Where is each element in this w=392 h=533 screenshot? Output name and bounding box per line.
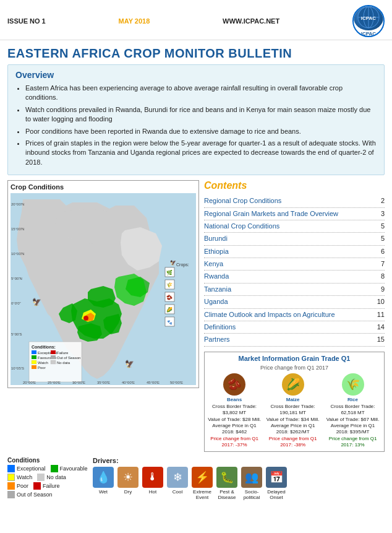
commodity-data-rice: Cross Border Trade: 62,518 MTValue of Tr… <box>324 404 381 449</box>
commodity-beans: 🫘BeansCross Border Trade: $3,802 MTValue… <box>207 373 262 449</box>
contents-item-7: Tanzania9 <box>204 284 385 296</box>
legend-title: Conditions <box>7 457 88 464</box>
extreme-driver-label-1: Pest & Disease <box>218 489 236 500</box>
contents-item-label-1: Regional Grain Markets and Trade Overvie… <box>204 209 338 219</box>
publication-date: MAY 2018 <box>119 17 150 25</box>
contents-page-num-2: 5 <box>381 222 385 231</box>
contents-item-11: Partners15 <box>204 334 385 346</box>
overview-bullet-3: Poor conditions have been reported in Rw… <box>25 127 377 136</box>
page-header: ISSUE NO 1 MAY 2018 WWW.ICPAC.NET ICPAC … <box>0 0 392 40</box>
svg-text:15°00'N: 15°00'N <box>11 227 24 231</box>
contents-page-num-6: 8 <box>381 272 385 281</box>
website-url: WWW.ICPAC.NET <box>223 17 279 25</box>
svg-point-14 <box>83 316 88 321</box>
extreme-driver-item-2: 👥Socio- political <box>241 467 262 500</box>
extreme-driver-item-1: 🐛Pest & Disease <box>216 467 237 500</box>
contents-item-label-4: Ethiopia <box>204 247 229 256</box>
legend-color-0 <box>7 465 15 472</box>
svg-rect-36 <box>32 360 36 364</box>
contents-section: Contents Regional Crop Conditions2Region… <box>204 180 385 347</box>
svg-text:40°00'E: 40°00'E <box>122 381 135 384</box>
svg-text:35°00'E: 35°00'E <box>97 381 110 384</box>
contents-item-2: National Crop Conditions5 <box>204 220 385 233</box>
driver-label-dry: Dry <box>124 489 132 495</box>
contents-page-num-9: 11 <box>377 310 385 319</box>
contents-item-label-3: Burundi <box>204 234 228 243</box>
extreme-driver-icon-0: ⚡ <box>192 467 213 488</box>
svg-text:5°00'S: 5°00'S <box>11 332 22 336</box>
svg-text:25°00'E: 25°00'E <box>48 381 61 384</box>
contents-item-3: Burundi5 <box>204 233 385 245</box>
contents-item-label-2: National Crop Conditions <box>204 222 279 231</box>
contents-page-num-1: 3 <box>381 209 385 219</box>
right-column: Contents Regional Crop Conditions2Region… <box>204 180 385 451</box>
legend-color-5 <box>33 482 41 490</box>
contents-item-label-8: Uganda <box>204 297 228 306</box>
crop-conditions-title: Crop Conditions <box>11 183 196 191</box>
crop-conditions-box: Crop Conditions <box>7 180 199 388</box>
legend-label-3: No data <box>46 474 66 480</box>
extreme-driver-icon-3: 📅 <box>266 467 287 488</box>
legend-label-5: Failure <box>43 483 60 489</box>
svg-rect-38 <box>32 365 36 369</box>
contents-item-label-10: Definitions <box>204 323 236 332</box>
svg-text:20°00'E: 20°00'E <box>23 381 36 384</box>
legend-item-6: Out of Season <box>7 491 53 498</box>
legend-label-0: Exceptional <box>17 466 46 472</box>
overview-list: Eastern Africa has been experiencing ave… <box>15 84 377 167</box>
crop-conditions-map: 🌿 🌾 🫘 🌽 🐾 Crops: Conditions: Except <box>11 193 196 385</box>
driver-item-hot: 🌡Hot <box>142 467 163 500</box>
overview-bullet-2: Watch conditions prevailed in Rwanda, Bu… <box>25 105 377 124</box>
overview-bullet-1: Eastern Africa has been experiencing ave… <box>25 84 377 103</box>
svg-text:20°00'N: 20°00'N <box>11 202 24 206</box>
page-title: EASTERN AFRICA CROP MONITOR BULLETIN <box>0 40 392 64</box>
overview-title: Overview <box>15 70 377 80</box>
contents-item-8: Uganda10 <box>204 296 385 308</box>
svg-marker-10 <box>77 323 102 342</box>
conditions-legend-box: Conditions ExceptionalFavourableWatchNo … <box>7 457 88 501</box>
legend-label-6: Out of Season <box>17 492 53 498</box>
svg-text:🦅: 🦅 <box>125 359 134 368</box>
svg-text:🐾: 🐾 <box>167 319 173 325</box>
contents-item-label-7: Tanzania <box>204 285 231 294</box>
contents-item-label-11: Partners <box>204 335 230 344</box>
legend-color-4 <box>7 482 15 490</box>
svg-text:🌽: 🌽 <box>166 306 173 313</box>
svg-rect-32 <box>32 350 36 354</box>
commodity-label-maize: Maize <box>286 397 300 402</box>
legend-item-5: Failure <box>33 482 60 490</box>
driver-item-cool: ❄Cool <box>167 467 188 500</box>
extreme-driver-label-2: Socio- political <box>244 489 260 500</box>
svg-rect-40 <box>51 350 56 354</box>
contents-page-num-7: 9 <box>381 285 385 294</box>
legend-color-2 <box>7 474 15 481</box>
svg-text:🦅: 🦅 <box>170 259 176 266</box>
contents-item-9: Climate Outlook and Impacts on Agricultu… <box>204 309 385 321</box>
svg-text:🌿: 🌿 <box>166 269 173 275</box>
legend-label-1: Favourable <box>60 466 88 472</box>
extreme-items-row: 💧Wet☀Dry🌡Hot❄Cool⚡Extreme Event🐛Pest & D… <box>93 467 385 500</box>
drivers-box: Drivers: 💧Wet☀Dry🌡Hot❄Cool⚡Extreme Event… <box>93 457 385 501</box>
svg-text:ICPAC: ICPAC <box>361 15 377 21</box>
commodity-icon-beans: 🫘 <box>223 373 245 396</box>
contents-page-num-3: 5 <box>381 234 385 243</box>
legend-label-2: Watch <box>17 474 32 480</box>
icpac-logo: ICPAC ICPAC <box>352 5 385 37</box>
issue-number: ISSUE NO 1 <box>7 17 46 25</box>
contents-item-6: Rwanda8 <box>204 271 385 283</box>
driver-label-cool: Cool <box>173 489 182 495</box>
legend-item-0: Exceptional <box>7 465 46 472</box>
contents-item-label-6: Rwanda <box>204 272 229 281</box>
commodity-label-beans: Beans <box>227 397 242 402</box>
contents-page-num-0: 2 <box>381 196 385 206</box>
svg-text:🫘: 🫘 <box>166 294 173 300</box>
logo-text: ICPAC <box>357 6 380 30</box>
commodity-rice: 🌾RiceCross Border Trade: 62,518 MTValue … <box>324 373 381 449</box>
below-map-section: Conditions ExceptionalFavourableWatchNo … <box>0 457 392 505</box>
driver-label-wet: Wet <box>99 489 108 495</box>
svg-text:Conditions:: Conditions: <box>32 345 56 349</box>
legend-items: ExceptionalFavourableWatchNo dataPoorFai… <box>7 465 88 498</box>
extreme-driver-icon-1: 🐛 <box>216 467 237 488</box>
driver-label-hot: Hot <box>149 489 156 495</box>
contents-item-4: Ethiopia6 <box>204 246 385 258</box>
